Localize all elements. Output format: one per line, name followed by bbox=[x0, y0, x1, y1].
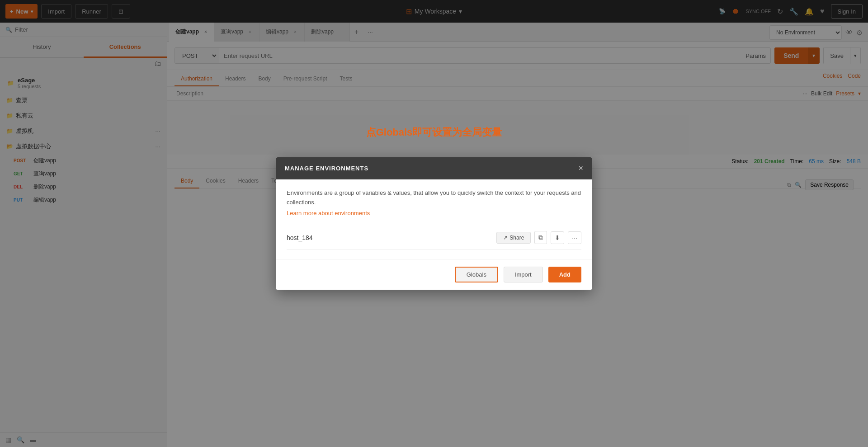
download-button[interactable]: ⬇ bbox=[551, 231, 564, 244]
modal-wrapper: 点Globals即可设置为全局变量 MANAGE ENVIRONMENTS × … bbox=[276, 157, 592, 290]
environment-name: host_184 bbox=[287, 234, 496, 241]
learn-more-link[interactable]: Learn more about environments bbox=[287, 210, 370, 216]
share-icon: ↗ bbox=[503, 235, 508, 241]
modal-close-button[interactable]: × bbox=[578, 164, 583, 173]
env-actions: ↗ Share ⧉ ⬇ ··· bbox=[496, 231, 581, 244]
environment-row-host184: host_184 ↗ Share ⧉ ⬇ ··· bbox=[287, 226, 581, 250]
modal-footer: Globals Import Add bbox=[276, 259, 592, 290]
add-button[interactable]: Add bbox=[548, 267, 581, 282]
modal-title: MANAGE ENVIRONMENTS bbox=[285, 165, 368, 172]
share-button[interactable]: ↗ Share bbox=[496, 232, 531, 244]
more-options-button[interactable]: ··· bbox=[568, 231, 581, 244]
modal-description: Environments are a group of variables & … bbox=[287, 188, 581, 207]
modal-header: MANAGE ENVIRONMENTS × bbox=[276, 157, 592, 179]
duplicate-button[interactable]: ⧉ bbox=[534, 231, 547, 244]
modal-overlay[interactable]: 点Globals即可设置为全局变量 MANAGE ENVIRONMENTS × … bbox=[0, 0, 868, 447]
globals-btn-wrapper: Globals bbox=[455, 267, 498, 282]
manage-environments-modal: MANAGE ENVIRONMENTS × Environments are a… bbox=[276, 157, 592, 290]
modal-body: Environments are a group of variables & … bbox=[276, 179, 592, 259]
annotation-text: 点Globals即可设置为全局变量 bbox=[366, 126, 502, 139]
import-button[interactable]: Import bbox=[504, 267, 543, 282]
globals-button[interactable]: Globals bbox=[456, 268, 497, 282]
share-label: Share bbox=[509, 235, 524, 241]
environment-list: host_184 ↗ Share ⧉ ⬇ ··· bbox=[287, 226, 581, 250]
